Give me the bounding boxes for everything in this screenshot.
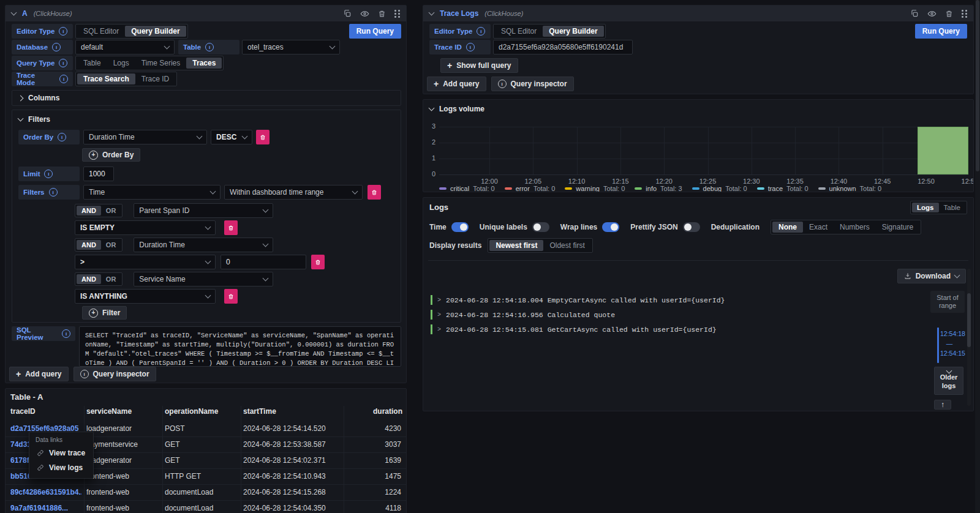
column-header-traceid[interactable]: traceID bbox=[10, 407, 36, 416]
add-filter-button[interactable]: +Filter bbox=[82, 306, 127, 320]
condition-operator-select[interactable]: IS ANYTHING bbox=[75, 289, 216, 304]
dedup-numbers[interactable]: Numbers bbox=[834, 222, 876, 233]
editor-type-option-sql[interactable]: SQL Editor bbox=[495, 26, 543, 37]
trash-icon[interactable] bbox=[945, 10, 953, 18]
copy-icon[interactable] bbox=[910, 9, 919, 18]
add-query-button[interactable]: +Add query bbox=[9, 367, 69, 381]
condition-operator-select[interactable]: > bbox=[75, 255, 216, 269]
trace-mode-search[interactable]: Trace Search bbox=[77, 73, 135, 84]
filter-field-select[interactable]: Time bbox=[83, 185, 221, 200]
log-row[interactable]: >2024-06-28 12:54:18.004 EmptyCartAsync … bbox=[431, 294, 725, 305]
oldest-first-option[interactable]: Oldest first bbox=[543, 240, 590, 251]
collapse-chevron-icon[interactable] bbox=[11, 10, 17, 16]
add-order-by-button[interactable]: +Order By bbox=[82, 148, 140, 162]
newest-first-option[interactable]: Newest first bbox=[489, 240, 543, 251]
page-scrollbar-thumb[interactable] bbox=[976, 0, 979, 171]
trash-icon[interactable] bbox=[378, 10, 386, 18]
logs-volume-title[interactable]: Logs volume bbox=[429, 105, 484, 113]
query-inspector-button[interactable]: iQuery inspector bbox=[491, 77, 574, 91]
or-option[interactable]: OR bbox=[101, 206, 121, 215]
info-icon[interactable]: i bbox=[62, 329, 70, 338]
info-icon[interactable]: i bbox=[59, 75, 68, 83]
info-icon[interactable]: i bbox=[44, 170, 53, 178]
info-icon[interactable]: i bbox=[59, 27, 67, 36]
expand-caret-icon[interactable]: > bbox=[437, 312, 441, 318]
or-option[interactable]: OR bbox=[101, 240, 121, 250]
column-header-operationname[interactable]: operationName bbox=[165, 407, 218, 416]
download-button[interactable]: Download bbox=[897, 269, 966, 283]
drag-handle-icon[interactable] bbox=[394, 9, 400, 18]
time-toggle[interactable] bbox=[451, 222, 469, 232]
editor-type-option-builder[interactable]: Query Builder bbox=[543, 26, 603, 37]
remove-order-by-button[interactable] bbox=[256, 130, 270, 144]
older-logs-button[interactable]: Older logs bbox=[934, 367, 963, 395]
trace-id-input[interactable]: d2a7155ef6a928a05680e5ff6190241d bbox=[493, 40, 633, 54]
dedup-exact[interactable]: Exact bbox=[803, 222, 834, 233]
condition-field-select[interactable]: Duration Time bbox=[134, 238, 273, 252]
order-by-field-select[interactable]: Duration Time bbox=[83, 130, 207, 144]
trace-mode-id[interactable]: Trace ID bbox=[135, 73, 176, 84]
query-type-traces[interactable]: Traces bbox=[186, 58, 222, 69]
column-header-servicename[interactable]: serviceName bbox=[86, 407, 132, 416]
info-icon[interactable]: i bbox=[205, 43, 214, 51]
trace-id-link[interactable]: 89cf4286e631591b4... bbox=[10, 485, 81, 500]
expand-caret-icon[interactable]: > bbox=[437, 326, 441, 333]
editor-type-option-sql[interactable]: SQL Editor bbox=[77, 26, 125, 37]
page-scrollbar-track[interactable] bbox=[975, 0, 980, 513]
drag-handle-icon[interactable] bbox=[962, 9, 967, 18]
query-type-logs[interactable]: Logs bbox=[107, 58, 135, 69]
unique-labels-toggle[interactable] bbox=[532, 222, 549, 232]
limit-input[interactable]: 1000 bbox=[83, 167, 114, 181]
legend-item-error[interactable]: errorTotal: 0 bbox=[505, 185, 556, 192]
legend-item-trace[interactable]: traceTotal: 0 bbox=[757, 185, 809, 192]
add-query-button[interactable]: +Add query bbox=[427, 77, 486, 91]
remove-condition-button[interactable] bbox=[224, 220, 238, 235]
info-icon[interactable]: i bbox=[49, 188, 58, 197]
expand-caret-icon[interactable]: > bbox=[437, 297, 441, 304]
view-logs-menu-item[interactable]: View logs bbox=[29, 460, 93, 475]
log-row[interactable]: >2024-06-28 12:54:16.956 Calculated quot… bbox=[431, 309, 725, 320]
condition-operator-select[interactable]: IS EMPTY bbox=[75, 220, 216, 235]
dedup-none[interactable]: None bbox=[772, 222, 803, 233]
show-full-query-button[interactable]: +Show full query bbox=[440, 58, 518, 73]
filter-value-select[interactable]: Within dashboard time range bbox=[224, 185, 363, 200]
info-icon[interactable]: i bbox=[52, 43, 61, 51]
filters-section-header[interactable]: Filters bbox=[18, 115, 50, 124]
remove-filter-button[interactable] bbox=[368, 185, 381, 200]
remove-condition-button[interactable] bbox=[224, 289, 238, 304]
view-table-option[interactable]: Table bbox=[939, 203, 966, 212]
trace-id-link[interactable]: 9a7af61941886... bbox=[10, 501, 81, 513]
prettify-json-toggle[interactable] bbox=[683, 222, 700, 232]
collapse-chevron-icon[interactable] bbox=[429, 10, 435, 16]
scroll-to-top-button[interactable]: ↑ bbox=[934, 400, 951, 410]
or-option[interactable]: OR bbox=[101, 274, 121, 284]
wrap-lines-toggle[interactable] bbox=[602, 222, 619, 232]
copy-icon[interactable] bbox=[343, 9, 352, 18]
legend-item-debug[interactable]: debugTotal: 0 bbox=[692, 185, 747, 192]
order-by-direction-select[interactable]: DESC bbox=[211, 130, 252, 144]
view-trace-menu-item[interactable]: View trace bbox=[29, 446, 93, 460]
condition-field-select[interactable]: Parent Span ID bbox=[134, 203, 273, 218]
condition-field-select[interactable]: Service Name bbox=[134, 272, 273, 286]
info-icon[interactable]: i bbox=[58, 133, 66, 141]
table-select[interactable]: otel_traces bbox=[242, 40, 340, 54]
run-query-button[interactable]: Run Query bbox=[915, 24, 967, 39]
editor-type-option-builder[interactable]: Query Builder bbox=[125, 26, 186, 37]
database-select[interactable]: default bbox=[75, 40, 175, 54]
legend-item-critical[interactable]: criticalTotal: 0 bbox=[439, 185, 495, 192]
legend-item-warning[interactable]: warningTotal: 0 bbox=[565, 185, 625, 192]
legend-item-unknown[interactable]: unknownTotal: 0 bbox=[818, 185, 882, 192]
eye-icon[interactable] bbox=[360, 9, 369, 18]
logs-scrollbar-track[interactable] bbox=[967, 269, 971, 406]
columns-section[interactable]: Columns bbox=[12, 90, 401, 106]
remove-condition-button[interactable] bbox=[311, 255, 325, 269]
logs-scrollbar-thumb[interactable] bbox=[967, 293, 971, 347]
condition-value-input[interactable]: 0 bbox=[221, 255, 306, 269]
log-range-bar[interactable] bbox=[937, 328, 939, 363]
column-header-duration[interactable]: duration bbox=[349, 407, 402, 416]
and-option[interactable]: AND bbox=[77, 206, 101, 215]
info-icon[interactable]: i bbox=[59, 59, 67, 67]
column-header-starttime[interactable]: startTime bbox=[243, 407, 276, 416]
and-option[interactable]: AND bbox=[77, 240, 101, 250]
and-option[interactable]: AND bbox=[77, 274, 101, 284]
